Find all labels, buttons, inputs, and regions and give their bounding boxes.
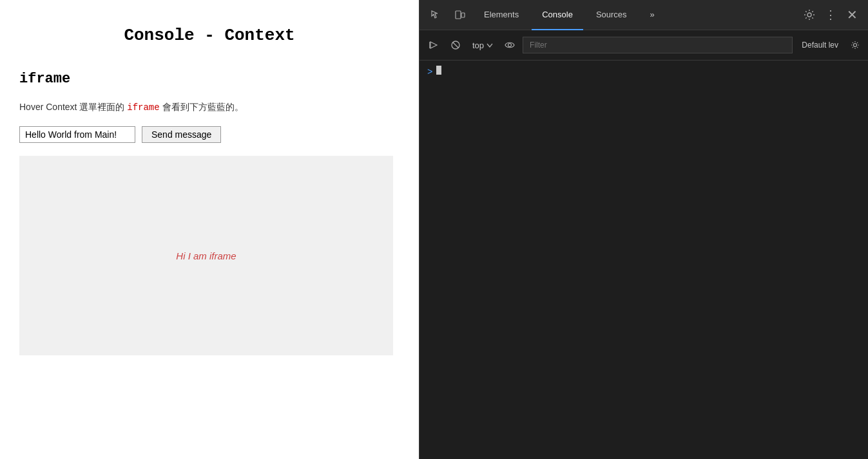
console-clear-button[interactable] [425, 36, 443, 54]
main-page: Console - Context iframe Hover Context 選… [0, 0, 419, 459]
console-content: > [420, 61, 868, 459]
iframe-heading: iframe [19, 71, 400, 87]
console-settings-button[interactable] [847, 37, 863, 53]
console-toolbar: top Default lev [420, 30, 868, 61]
send-message-button[interactable]: Send message [142, 126, 221, 143]
console-filter-input[interactable] [523, 37, 793, 53]
svg-point-8 [854, 44, 857, 47]
svg-rect-0 [456, 11, 461, 19]
instruction-prefix: Hover Context 選單裡面的 [19, 102, 127, 112]
instruction-code: iframe [127, 102, 159, 113]
instruction-suffix: 會看到下方藍藍的。 [160, 102, 244, 112]
tab-elements[interactable]: Elements [474, 0, 529, 30]
devtools-more-button[interactable]: ⋮ [823, 4, 838, 26]
tab-sources[interactable]: Sources [586, 0, 637, 30]
iframe-text: Hi I am iframe [176, 250, 236, 261]
svg-point-7 [508, 44, 512, 47]
svg-marker-3 [430, 42, 437, 48]
responsive-mode-button[interactable] [449, 4, 471, 26]
svg-rect-1 [461, 13, 465, 17]
console-ban-button[interactable] [447, 36, 465, 54]
message-input[interactable] [19, 126, 135, 143]
context-value: top [472, 41, 484, 50]
console-prompt: > [427, 67, 432, 77]
console-eye-button[interactable] [501, 36, 519, 54]
inspect-element-button[interactable] [425, 4, 447, 26]
context-selector[interactable]: top [468, 41, 497, 50]
page-title: Console - Context [19, 26, 400, 45]
devtools-toolbar: Elements Console Sources » ⋮ ✕ [420, 0, 868, 30]
instruction-text: Hover Context 選單裡面的 iframe 會看到下方藍藍的。 [19, 100, 400, 115]
iframe-container: Hi I am iframe [19, 156, 393, 355]
input-row: Send message [19, 126, 400, 143]
svg-point-2 [807, 13, 811, 17]
tab-console[interactable]: Console [532, 0, 583, 30]
default-level-button[interactable]: Default lev [796, 37, 844, 53]
devtools-settings-button[interactable] [798, 4, 820, 26]
tab-more[interactable]: » [640, 0, 665, 30]
devtools-panel: Elements Console Sources » ⋮ ✕ [419, 0, 868, 459]
console-cursor [436, 66, 441, 75]
devtools-close-button[interactable]: ✕ [841, 4, 863, 26]
svg-line-6 [453, 42, 459, 48]
